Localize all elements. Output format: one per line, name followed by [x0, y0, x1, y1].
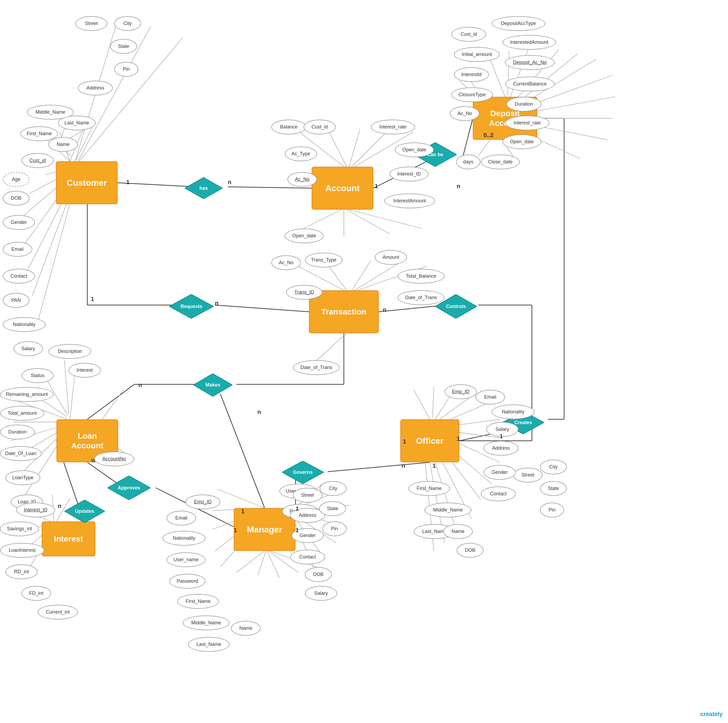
svg-line-73: [317, 333, 347, 360]
diamond-makes: Makes: [193, 374, 232, 397]
attr-dob-manager: DOB: [305, 567, 332, 582]
attr-interest-loan: Interest: [69, 363, 101, 378]
attr-name-officer: Name: [443, 524, 473, 539]
attr-loan-type: LoanType: [5, 470, 40, 485]
attr-savings-int: Savings_int: [0, 521, 39, 536]
attr-email-cust: Email: [3, 242, 32, 257]
attr-salary-cust: Salary: [14, 342, 43, 356]
mult-has-account: n: [228, 179, 231, 186]
svg-line-45: [328, 129, 347, 167]
mult-account-canbe2: 1: [375, 183, 378, 190]
attr-state-manager: State: [319, 501, 346, 516]
diamond-governs: Governs: [282, 461, 324, 484]
attr-last-name-cust: Last_Name: [58, 116, 96, 130]
mult-officer-controls: 1: [457, 435, 460, 443]
attr-dob-officer: DOB: [457, 543, 483, 558]
attr-status-loan: Status: [21, 368, 54, 383]
attr-rd-int: RD_int: [5, 564, 38, 579]
attr-date-of-trans: Date_of_Trans: [398, 290, 445, 305]
svg-line-83: [70, 371, 75, 419]
attr-nationality-officer: Nationality: [492, 404, 535, 419]
mult-customer-has: 1: [126, 179, 130, 186]
svg-line-47: [352, 132, 387, 167]
mult-officer-1a: 1: [403, 438, 406, 445]
attr-city-officer: City: [540, 460, 567, 474]
attr-interest-rate-dep: Interest_rate: [505, 116, 549, 130]
attr-state: State: [110, 39, 137, 54]
mult-makes-manager: n: [257, 409, 261, 415]
attr-remaining-amount: Remaining_amount: [0, 387, 54, 402]
svg-line-87: [433, 387, 434, 418]
svg-line-54: [508, 51, 509, 95]
svg-line-71: [355, 261, 403, 290]
svg-line-102: [267, 551, 279, 578]
attr-street-manager: Street: [293, 488, 322, 502]
mult-approves-manager: 1: [234, 527, 237, 534]
svg-line-82: [64, 360, 69, 414]
attr-interested-amount: InterestedAmount: [502, 35, 556, 50]
diamond-requests: Requests: [169, 294, 214, 319]
diamond-updates: Updates: [64, 500, 105, 523]
mult-requests-trans: n: [215, 300, 219, 307]
attr-interest-amount-acc: InterestAmount: [384, 193, 435, 208]
diamond-approves: Approves: [107, 476, 150, 500]
attr-contact: Contact: [3, 269, 35, 283]
mult-makes-loan: n: [138, 381, 142, 389]
svg-line-6: [215, 305, 309, 312]
attr-nationality-manager: Nationality: [162, 531, 205, 545]
attr-days-dep: days: [456, 155, 480, 169]
attr-open-date-acc2: Open_date: [285, 228, 324, 243]
attr-contact-officer: Contact: [481, 487, 516, 501]
attr-current-int: Current_int: [38, 605, 78, 619]
mult-officer-governs: n: [402, 462, 405, 469]
svg-line-1: [228, 187, 312, 188]
svg-line-101: [258, 551, 266, 575]
attr-user-name-manager: User_name: [167, 552, 205, 567]
attr-close-date-dep: Close_date: [481, 155, 520, 169]
watermark: creately: [700, 711, 723, 718]
attr-ac-type: Ac_Type: [285, 147, 317, 161]
attr-name-manager: Name: [231, 621, 261, 636]
mult-loan-updates: n: [58, 502, 61, 510]
attr-salary-manager: Salary: [305, 586, 337, 601]
svg-line-51: [349, 210, 422, 228]
attr-city-manager: City: [320, 481, 347, 496]
mult-canbe-n: n: [457, 183, 460, 190]
attr-emp-id-manager: Emp_ID: [185, 495, 220, 509]
attr-last-name-manager: Last_Name: [188, 637, 230, 652]
svg-line-100: [236, 551, 265, 573]
attr-street: Street: [75, 16, 107, 31]
attr-fd-int: FD_int: [21, 586, 51, 601]
attr-dep-acc-type: DepositAccType: [492, 16, 545, 31]
attr-deposit-ac-no: Deposit_Ac_No: [505, 55, 555, 70]
attr-duration-loan: Duration: [0, 425, 35, 440]
attr-description: Description: [48, 344, 91, 359]
attr-open-date-acc: Open_date: [395, 142, 434, 157]
attr-first-name-cust: First_Name: [20, 126, 58, 141]
mult-manager-1: 1: [295, 527, 299, 534]
attr-middle-name-officer: Middle_Name: [424, 502, 471, 518]
attr-address-cust: Address: [78, 81, 113, 95]
attr-pan: PAN: [3, 293, 29, 308]
attr-pin-officer: Pin: [540, 502, 564, 518]
attr-trans-type: Trans_Type: [305, 253, 343, 267]
attr-age: Age: [3, 172, 29, 187]
attr-interest-id-int: Interest_ID: [16, 502, 55, 518]
svg-line-105: [217, 489, 265, 508]
attr-duration-dep: Duration: [506, 97, 541, 112]
svg-line-32: [79, 38, 183, 161]
attr-interest-id-acc: Interest_ID: [390, 167, 428, 181]
entity-interest: Interest: [42, 521, 95, 556]
attr-loan-interest: LoanInterest: [0, 543, 44, 558]
mult-governs-manager: 1: [295, 505, 299, 512]
svg-line-84: [102, 390, 124, 419]
attr-date-of-loan: Date_Of_Loan: [0, 446, 42, 461]
attr-city: City: [114, 16, 141, 31]
attr-email-manager: Email: [167, 511, 196, 525]
mult-officer-1b: 1: [433, 462, 436, 469]
attr-address-officer: Address: [483, 441, 518, 456]
attr-open-date-dep: Open_date: [502, 135, 541, 149]
mult-customer-requests: 1: [91, 296, 94, 303]
attr-closure-type: ClosureType: [451, 87, 493, 102]
attr-cust-id-dep: Cust_id: [451, 27, 486, 42]
